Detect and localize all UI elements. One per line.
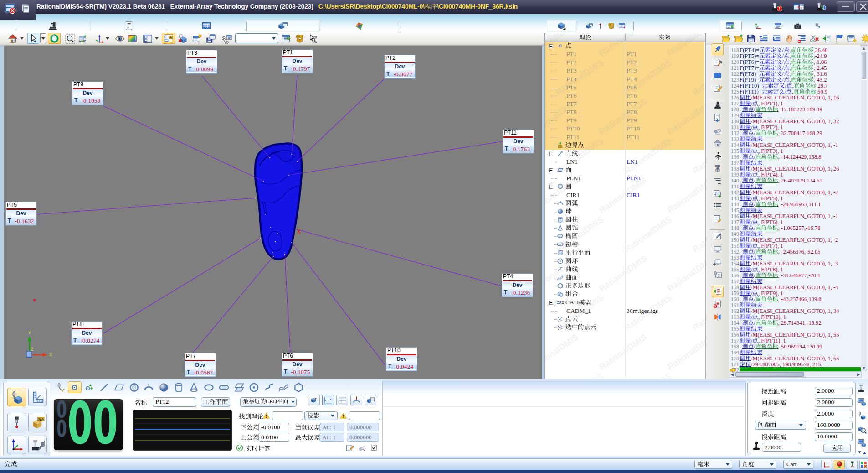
run-button[interactable] [712, 150, 724, 162]
program-line[interactable]: 169 [729, 349, 861, 355]
tree-item-actual[interactable]: PT11 [627, 134, 640, 141]
unindent-button[interactable] [759, 33, 769, 44]
monitor-model-button[interactable] [857, 397, 867, 407]
star-button[interactable] [861, 33, 868, 44]
scroll-up-arrow[interactable]: ▲ [861, 46, 867, 51]
coordinate-status-button[interactable] [821, 460, 832, 469]
tree-item-label[interactable]: PT5 [566, 84, 577, 91]
scroll-right-arrow[interactable]: ▶ [856, 372, 861, 377]
insert-list-button[interactable] [712, 286, 724, 297]
new-view-button[interactable] [192, 33, 202, 44]
tree-item-actual[interactable]: PT8 [627, 109, 637, 116]
machine-alert-icon[interactable]: ! [771, 2, 782, 14]
program-line[interactable]: 155/, F(PT8), 1 [729, 266, 861, 272]
render-color-button[interactable] [128, 33, 137, 44]
tree-item-actual[interactable]: PT7 [627, 100, 637, 108]
program-line[interactable]: 121F(PT7)=/,,-2.45 [729, 65, 861, 71]
document-copy-icon[interactable] [21, 4, 31, 15]
tree-item-label[interactable]: PT3 [566, 67, 577, 74]
import-button[interactable] [77, 33, 87, 44]
dev-label-PT7[interactable]: PT7DevT-0.0587 [185, 353, 216, 377]
strip-scroll-arrows[interactable] [857, 450, 867, 456]
dev-label-PT3[interactable]: PT3DevT0.0099 [186, 50, 217, 74]
eraser-icon[interactable] [358, 444, 366, 454]
program-line[interactable]: 170/M(EASI_CLEARPLN_GOTO), 1, 55 [729, 355, 861, 361]
tree-item-label[interactable]: PT11 [566, 134, 580, 141]
feature-name-input[interactable]: PT12 [153, 397, 196, 407]
stamp-button[interactable] [712, 100, 724, 112]
hide-model-button[interactable] [178, 33, 188, 44]
find-theory-input[interactable] [272, 411, 303, 420]
crd-plane-combo[interactable]: CRD [240, 397, 297, 407]
machine-setup-button[interactable] [28, 436, 47, 454]
tree-item-label[interactable] [565, 274, 578, 281]
3d-viewport[interactable]: YXZX.PT3DevT0.0099PT1DevT-0.1797PT2DevT-… [4, 45, 542, 379]
tree-item-label[interactable] [565, 324, 596, 331]
coordinate-system-button[interactable] [94, 33, 104, 44]
program-line[interactable]: 146/M(EASI_CLEARPLN_GOTO), 1, -1 [729, 213, 861, 219]
projection-input[interactable] [349, 411, 380, 420]
save-program-button[interactable] [746, 33, 756, 44]
program-line[interactable]: 129 [729, 112, 861, 118]
program-lines[interactable]: 118F(PT4)=/,,26.40119F(PT5)=/,,-24.9120F… [729, 47, 861, 373]
surface-feature-button[interactable] [276, 381, 291, 394]
realtime-check-icon[interactable] [236, 444, 243, 453]
dev-label-PT4[interactable]: PT4DevT-0.1236 [502, 273, 533, 297]
program-line[interactable]: 122F(PT8)=/,,-31.6 [729, 71, 861, 77]
save-view-button[interactable] [206, 33, 216, 44]
probe-points-button[interactable] [53, 381, 68, 394]
close-button[interactable] [856, 1, 868, 12]
list-button[interactable] [712, 200, 724, 212]
program-line[interactable]: 125F(PT11)=/,,50.9 [729, 88, 861, 94]
tree-item-actual[interactable]: PT4 [627, 76, 637, 83]
tree-item-actual[interactable]: CIR1 [627, 192, 640, 199]
tree-item-label[interactable]: PT1 [566, 51, 577, 58]
tree-item-label[interactable] [565, 266, 578, 273]
view-list-tab[interactable] [365, 395, 376, 405]
dev-label-PT10[interactable]: PT10DevT0.0424 [386, 347, 417, 371]
tree-item-actual[interactable]: 36r#.iges.igs [627, 307, 658, 315]
home-caret-icon[interactable] [20, 33, 24, 44]
ellipse-feature-button[interactable] [201, 381, 216, 394]
ribbon-tab-4[interactable] [246, 20, 320, 32]
probe-config-button[interactable] [7, 413, 26, 431]
select-cursor-button[interactable] [27, 33, 39, 44]
dev-label-PT2[interactable]: PT2DevT-0.0077 [384, 55, 416, 79]
minimize-button[interactable] [837, 1, 855, 12]
edit-box-button[interactable] [712, 230, 724, 242]
code-vertical-scrollbar[interactable]: ▲ ▼ [861, 45, 867, 371]
retract-input[interactable]: 2.0000 [815, 398, 853, 407]
tree-item-label[interactable] [565, 233, 578, 240]
arc-feature-button[interactable] [141, 381, 156, 394]
monitor-button[interactable] [712, 244, 724, 255]
model-monitor-button[interactable] [857, 438, 867, 448]
unit-combo[interactable] [694, 460, 732, 469]
dev-label-PT6[interactable]: PT6DevT-0.1875 [282, 353, 313, 377]
program-line[interactable]: 134/M(EASI_CLEARPLN_GOTO), 1, -1 [729, 142, 861, 148]
scroll-down-arrow[interactable]: ▼ [861, 365, 867, 371]
program-line[interactable]: 154/M(EASI_CLEARPLN_GOTO), 1, -3 [729, 260, 861, 266]
select-caret-icon[interactable] [40, 33, 46, 43]
lower-tol-input[interactable]: -0.0100 [258, 423, 289, 431]
curve-feature-button[interactable] [262, 381, 277, 394]
tree-item-actual[interactable]: PT2 [627, 59, 637, 66]
add-monitor-button[interactable] [712, 256, 724, 268]
program-line[interactable]: 141 [729, 183, 861, 189]
program-line[interactable]: 151/, F(PT7), 1 [729, 243, 861, 249]
slot-feature-button[interactable] [216, 381, 231, 394]
dev-label-PT9[interactable]: PT9DevT-0.1059 [72, 81, 103, 105]
apply-button[interactable] [823, 444, 851, 453]
tree-item-label[interactable]: PT8 [566, 109, 577, 116]
tree-item-label[interactable] [565, 241, 578, 248]
note-edit-icon[interactable] [345, 444, 354, 454]
program-line[interactable]: 159/, F(PT9), 1 [729, 290, 861, 296]
view-arc-tab[interactable] [350, 395, 362, 405]
tree-item-label[interactable] [565, 42, 572, 50]
tree-expand-box[interactable] [549, 168, 553, 172]
tree-item-label[interactable] [565, 150, 578, 157]
probe-model-mode-button[interactable] [857, 411, 867, 421]
tree-item-label[interactable] [565, 208, 572, 215]
auto-window-button[interactable]: A [162, 33, 175, 44]
tree-item-actual[interactable]: PT1 [627, 51, 637, 58]
home-view-button[interactable] [712, 137, 724, 149]
